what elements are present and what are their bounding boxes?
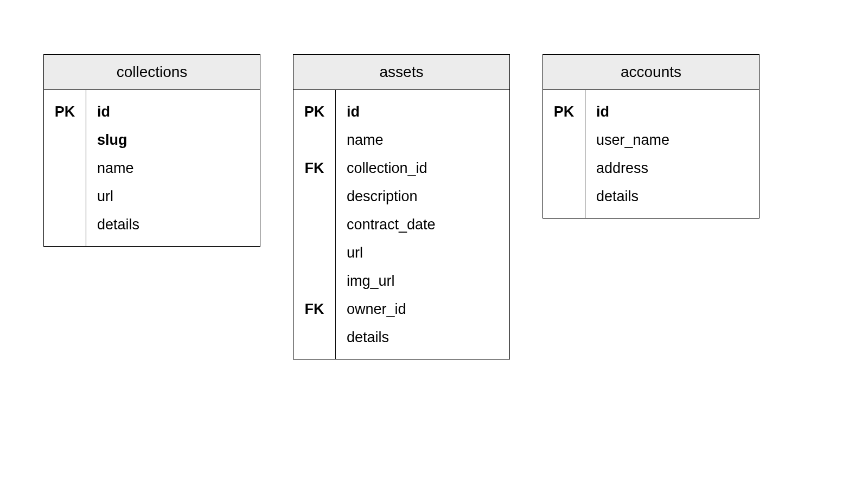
entity-collections: collections PK id slug name url details — [43, 54, 260, 247]
field-cell: url — [336, 239, 509, 267]
key-cell — [543, 126, 585, 154]
entity-title: assets — [293, 55, 509, 90]
field-cell: user_name — [585, 126, 759, 154]
field-cell: collection_id — [336, 154, 509, 182]
field-cell: description — [336, 182, 509, 210]
field-column: id name collection_id description contra… — [336, 90, 509, 359]
entity-body: PK id slug name url details — [44, 90, 260, 246]
entity-body: PK id user_name address details — [543, 90, 759, 218]
field-cell: details — [585, 182, 759, 210]
field-cell: id — [86, 98, 260, 126]
er-diagram: collections PK id slug name url details … — [0, 0, 868, 488]
key-cell — [293, 323, 335, 351]
entity-title: collections — [44, 55, 260, 90]
field-cell: id — [336, 98, 509, 126]
key-cell: PK — [44, 98, 86, 126]
field-cell: contract_date — [336, 210, 509, 239]
key-cell — [44, 154, 86, 182]
field-cell: name — [336, 126, 509, 154]
key-column: PK FK FK — [293, 90, 336, 359]
key-cell — [293, 267, 335, 295]
key-cell: FK — [293, 154, 335, 182]
field-cell: id — [585, 98, 759, 126]
entity-assets: assets PK FK FK id name collection_id de… — [293, 54, 510, 359]
field-cell: img_url — [336, 267, 509, 295]
key-column: PK — [543, 90, 585, 218]
entity-title: accounts — [543, 55, 759, 90]
field-cell: name — [86, 154, 260, 182]
key-cell — [293, 126, 335, 154]
field-cell: owner_id — [336, 295, 509, 323]
key-column: PK — [44, 90, 86, 246]
key-cell — [293, 182, 335, 210]
key-cell — [293, 239, 335, 267]
key-cell: PK — [293, 98, 335, 126]
key-cell — [543, 154, 585, 182]
field-cell: details — [86, 210, 260, 239]
field-column: id slug name url details — [86, 90, 260, 246]
field-cell: address — [585, 154, 759, 182]
field-column: id user_name address details — [585, 90, 759, 218]
entity-body: PK FK FK id name collection_id descripti… — [293, 90, 509, 359]
key-cell — [543, 182, 585, 210]
entity-accounts: accounts PK id user_name address details — [542, 54, 760, 219]
field-cell: url — [86, 182, 260, 210]
key-cell — [44, 182, 86, 210]
key-cell — [293, 210, 335, 239]
field-cell: slug — [86, 126, 260, 154]
field-cell: details — [336, 323, 509, 351]
key-cell: PK — [543, 98, 585, 126]
key-cell: FK — [293, 295, 335, 323]
key-cell — [44, 126, 86, 154]
key-cell — [44, 210, 86, 239]
